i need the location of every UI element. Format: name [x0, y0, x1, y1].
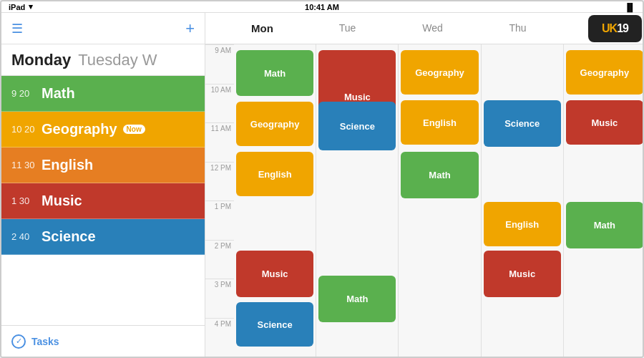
day-column-wed: Geography English Math [398, 44, 480, 357]
cal-event[interactable]: Music [236, 251, 313, 297]
cal-event[interactable]: English [484, 202, 561, 246]
calendar-grid: 9 AM 10 AM 11 AM 12 PM 1 PM 2 PM 3 PM 4 … [205, 44, 644, 357]
event-time: 1 30 [11, 195, 37, 206]
list-item[interactable]: 11 30 English [1, 147, 205, 183]
event-time: 10 20 [11, 124, 37, 135]
day-column-mon: Math Geography English Music Science [234, 44, 316, 357]
cal-event[interactable]: Music [566, 100, 643, 145]
time-slot: 2 PM [205, 240, 234, 279]
cal-event[interactable]: Geography [236, 102, 313, 146]
cal-event[interactable]: Music [484, 251, 561, 297]
logo-box: UK19 [588, 15, 642, 42]
time-slot: 9 AM [205, 44, 234, 84]
event-time: 2 40 [11, 231, 37, 242]
calendar-header: Mon Tue Wed Thu Fri UK19 [205, 13, 644, 44]
add-icon[interactable]: + [185, 19, 195, 38]
logo-text: UK19 [602, 22, 628, 35]
cal-event[interactable]: Math [318, 276, 396, 322]
cal-event[interactable]: Science [236, 302, 313, 347]
event-subject: Math [42, 85, 75, 102]
list-item[interactable]: 2 40 Science [1, 219, 205, 255]
app-container: ☰ + Monday Tuesday W 9 20 Math 10 20 Geo… [1, 13, 644, 357]
cal-event[interactable]: English [236, 152, 313, 196]
status-bar: iPad ▾ 10:41 AM ▐▌ [1, 1, 643, 13]
calendar-area: Mon Tue Wed Thu Fri UK19 9 AM 10 AM 11 A… [205, 13, 644, 357]
time-slot: 1 PM [205, 200, 234, 240]
sidebar-footer: ✓ Tasks [1, 325, 205, 357]
sidebar: ☰ + Monday Tuesday W 9 20 Math 10 20 Geo… [1, 13, 205, 357]
time-slot: 11 AM [205, 122, 234, 162]
tasks-label[interactable]: Tasks [31, 336, 59, 347]
day-columns-header: Mon Tue Wed Thu Fri [220, 22, 644, 34]
wifi-icon: ▾ [29, 2, 33, 11]
event-time: 11 30 [11, 160, 37, 170]
time-slot: 10 AM [205, 84, 234, 123]
cal-event[interactable]: Math [401, 152, 478, 198]
day-header-tue: Tue [305, 22, 390, 34]
sidebar-header: ☰ + [1, 13, 205, 44]
cal-event[interactable]: Science [318, 102, 396, 150]
events-area: Math Geography English Music Science Mus… [234, 44, 644, 357]
time-slot: 3 PM [205, 279, 234, 318]
day-column-fri: Geography Music Math [563, 44, 644, 357]
cal-event[interactable]: Math [236, 50, 313, 96]
cal-event[interactable]: Science [484, 100, 561, 147]
list-item[interactable]: 10 20 Geography Now [1, 112, 205, 147]
ipad-frame: iPad ▾ 10:41 AM ▐▌ ☰ + Monday Tuesday W [0, 0, 644, 358]
cal-event[interactable]: Geography [401, 50, 478, 95]
day-header-wed: Wed [390, 22, 475, 34]
event-subject: Geography [42, 121, 117, 137]
current-day: Monday [11, 51, 71, 69]
list-item[interactable]: 9 20 Math [1, 76, 205, 112]
day-header: Monday Tuesday W [1, 44, 205, 76]
event-subject: Music [42, 193, 82, 209]
day-header-mon: Mon [220, 22, 305, 34]
cal-event[interactable]: English [401, 100, 478, 145]
time-column: 9 AM 10 AM 11 AM 12 PM 1 PM 2 PM 3 PM 4 … [205, 44, 234, 357]
day-column-thu: Science English Music [481, 44, 563, 357]
time-slot: 12 PM [205, 162, 234, 201]
status-left: iPad ▾ [9, 2, 33, 11]
cal-event[interactable]: Geography [566, 50, 643, 95]
ipad-label: iPad [9, 3, 25, 11]
day-column-tue: Music Science Math [316, 44, 398, 357]
event-list: 9 20 Math 10 20 Geography Now 11 30 Engl… [1, 76, 205, 325]
other-days: Tuesday W [78, 51, 157, 69]
check-icon: ✓ [11, 334, 26, 349]
event-subject: English [42, 157, 93, 173]
new-badge: Now [123, 125, 145, 134]
menu-icon[interactable]: ☰ [11, 21, 23, 37]
list-item[interactable]: 1 30 Music [1, 183, 205, 219]
event-time: 9 20 [11, 88, 37, 99]
time-slot: 4 PM [205, 318, 234, 357]
battery-icon: ▐▌ [624, 3, 635, 11]
status-time: 10:41 AM [305, 3, 339, 11]
event-subject: Science [42, 228, 96, 245]
cal-event[interactable]: Math [566, 202, 643, 248]
day-header-thu: Thu [475, 22, 560, 34]
battery-status: ▐▌ [624, 3, 635, 11]
